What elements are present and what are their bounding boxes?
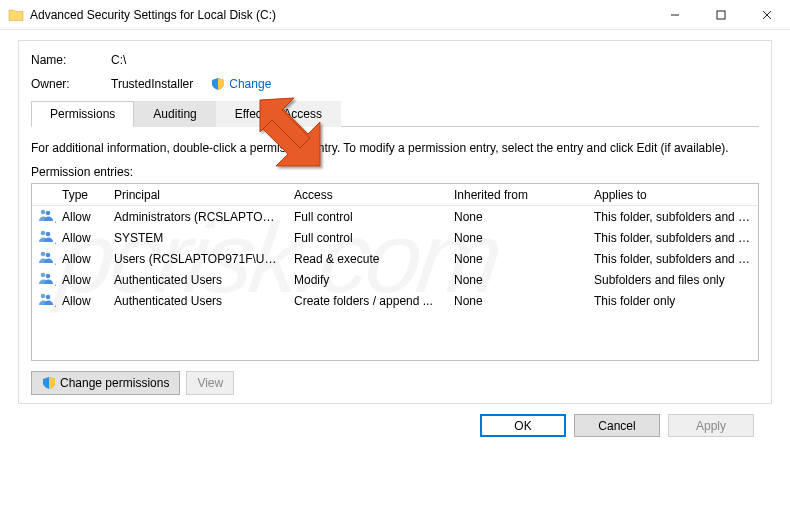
close-button[interactable] [744, 0, 790, 30]
table-row[interactable]: AllowAuthenticated UsersModifyNoneSubfol… [32, 269, 758, 290]
maximize-button[interactable] [698, 0, 744, 30]
svg-point-7 [46, 232, 51, 237]
shield-icon [211, 77, 225, 91]
cell-type: Allow [56, 273, 108, 287]
cell-type: Allow [56, 294, 108, 308]
change-link-text: Change [229, 77, 271, 91]
cell-inherited: None [448, 210, 588, 224]
svg-point-10 [41, 273, 46, 278]
svg-point-9 [46, 253, 51, 258]
cell-access: Read & execute [288, 252, 448, 266]
cell-applies: This folder only [588, 294, 758, 308]
table-row[interactable]: AllowSYSTEMFull controlNoneThis folder, … [32, 227, 758, 248]
cell-principal: Administrators (RCSLAPTOP971... [108, 210, 288, 224]
cell-inherited: None [448, 252, 588, 266]
cancel-button[interactable]: Cancel [574, 414, 660, 437]
main-panel: Name: C:\ Owner: TrustedInstaller Change… [18, 40, 772, 404]
svg-point-5 [46, 211, 51, 216]
info-text: For additional information, double-click… [31, 141, 759, 155]
apply-button: Apply [668, 414, 754, 437]
permission-entries-label: Permission entries: [31, 165, 759, 179]
users-icon [38, 296, 54, 310]
cell-applies: This folder, subfolders and files [588, 252, 758, 266]
tab-auditing[interactable]: Auditing [134, 101, 215, 127]
change-owner-link[interactable]: Change [211, 77, 271, 91]
cell-inherited: None [448, 273, 588, 287]
owner-label: Owner: [31, 77, 111, 91]
cell-inherited: None [448, 231, 588, 245]
col-access[interactable]: Access [288, 188, 448, 202]
cell-access: Modify [288, 273, 448, 287]
cell-principal: SYSTEM [108, 231, 288, 245]
svg-rect-1 [717, 11, 725, 19]
tab-effective-access[interactable]: Effective Access [216, 101, 341, 127]
cell-type: Allow [56, 252, 108, 266]
tabs: Permissions Auditing Effective Access [31, 101, 759, 127]
svg-point-6 [41, 231, 46, 236]
table-header: Type Principal Access Inherited from App… [32, 184, 758, 206]
users-icon [38, 212, 54, 226]
svg-point-12 [41, 294, 46, 299]
svg-point-13 [46, 295, 51, 300]
cell-applies: This folder, subfolders and files [588, 231, 758, 245]
table-row[interactable]: AllowAuthenticated UsersCreate folders /… [32, 290, 758, 311]
svg-point-11 [46, 274, 51, 279]
shield-icon [42, 376, 56, 390]
owner-value: TrustedInstaller [111, 77, 193, 91]
cell-access: Full control [288, 231, 448, 245]
cell-principal: Authenticated Users [108, 273, 288, 287]
users-icon [38, 275, 54, 289]
svg-point-4 [41, 210, 46, 215]
col-applies-to[interactable]: Applies to [588, 188, 758, 202]
cell-access: Full control [288, 210, 448, 224]
table-row[interactable]: AllowUsers (RCSLAPTOP971F\Users)Read & e… [32, 248, 758, 269]
name-value: C:\ [111, 53, 126, 67]
change-permissions-label: Change permissions [60, 376, 169, 390]
cell-inherited: None [448, 294, 588, 308]
cell-type: Allow [56, 210, 108, 224]
change-permissions-button[interactable]: Change permissions [31, 371, 180, 395]
permission-entries-table[interactable]: Type Principal Access Inherited from App… [31, 183, 759, 361]
folder-icon [8, 7, 24, 23]
cell-type: Allow [56, 231, 108, 245]
col-inherited-from[interactable]: Inherited from [448, 188, 588, 202]
col-type[interactable]: Type [56, 188, 108, 202]
cell-principal: Authenticated Users [108, 294, 288, 308]
col-principal[interactable]: Principal [108, 188, 288, 202]
users-icon [38, 254, 54, 268]
cell-applies: This folder, subfolders and files [588, 210, 758, 224]
users-icon [38, 233, 54, 247]
minimize-button[interactable] [652, 0, 698, 30]
name-label: Name: [31, 53, 111, 67]
cell-access: Create folders / append ... [288, 294, 448, 308]
svg-point-8 [41, 252, 46, 257]
ok-button[interactable]: OK [480, 414, 566, 437]
titlebar: Advanced Security Settings for Local Dis… [0, 0, 790, 30]
table-row[interactable]: AllowAdministrators (RCSLAPTOP971...Full… [32, 206, 758, 227]
cell-applies: Subfolders and files only [588, 273, 758, 287]
window-title: Advanced Security Settings for Local Dis… [30, 8, 652, 22]
cell-principal: Users (RCSLAPTOP971F\Users) [108, 252, 288, 266]
tab-permissions[interactable]: Permissions [31, 101, 134, 127]
view-button: View [186, 371, 234, 395]
